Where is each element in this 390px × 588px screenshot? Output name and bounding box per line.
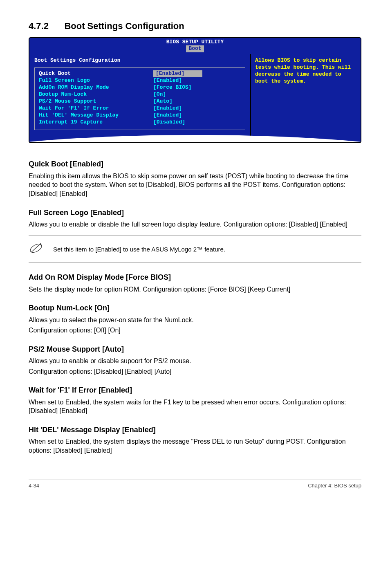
bios-option-row: Wait For 'F1' If Error [Enabled]: [39, 105, 241, 112]
bios-left-panel: Boot Settings Configuration Quick Boot […: [29, 54, 250, 142]
bios-option-value: [Auto]: [153, 98, 241, 105]
bios-option-row: PS/2 Mouse Support [Auto]: [39, 98, 241, 105]
bios-option-row: AddOn ROM Display Mode [Force BIOS]: [39, 84, 241, 91]
quick-boot-title: Quick Boot [Enabled]: [29, 159, 361, 169]
bios-option-label: Bootup Num-Lock: [39, 91, 153, 98]
bios-option-value: [Enabled]: [153, 105, 241, 112]
bios-subheader: Boot Settings Configuration: [34, 57, 245, 64]
bios-option-row: Interrupt 19 Capture [Disabled]: [39, 119, 241, 126]
bios-option-label: Interrupt 19 Capture: [39, 119, 153, 126]
addon-rom-title: Add On ROM Display Mode [Force BIOS]: [29, 273, 361, 282]
fullscreen-logo-title: Full Screen Logo [Enabled]: [29, 208, 361, 218]
bios-option-row: Bootup Num-Lock [On]: [39, 91, 241, 98]
bios-option-label: AddOn ROM Display Mode: [39, 84, 153, 91]
pencil-note-icon: [29, 241, 53, 258]
fullscreen-logo-body: Allows you to enable or disable the full…: [29, 220, 361, 229]
bios-option-label: Wait For 'F1' If Error: [39, 105, 153, 112]
bios-help-text: Allows BIOS to skip certain tests while …: [255, 57, 356, 85]
ps2-title: PS/2 Mouse Support [Auto]: [29, 345, 361, 354]
bios-option-label: Full Screen Logo: [39, 77, 153, 84]
ps2-body-1: Allows you to enable or disable supoort …: [29, 357, 361, 366]
bios-body: Boot Settings Configuration Quick Boot […: [29, 54, 361, 142]
numlock-body-2: Configuration options: [Off] [On]: [29, 326, 361, 335]
bios-tab-row: Boot: [29, 45, 361, 54]
bios-option-value: [On]: [153, 91, 241, 98]
bios-screenshot: BIOS SETUP UTILITY Boot Boot Settings Co…: [29, 37, 361, 144]
footer-chapter: Chapter 4: BIOS setup: [308, 483, 361, 489]
section-header: 4.7.2 Boot Settings Configuration: [29, 20, 361, 32]
bios-tab-boot: Boot: [186, 45, 204, 52]
bios-help-panel: Allows BIOS to skip certain tests while …: [250, 54, 361, 142]
note-box: Set this item to [Enabled] to use the AS…: [29, 236, 361, 263]
bios-option-row: Full Screen Logo [Enabled]: [39, 77, 241, 84]
bios-option-value: [Enabled]: [153, 70, 202, 77]
waitf1-body: When set to Enabled, the system waits fo…: [29, 398, 361, 415]
bios-options-box: Quick Boot [Enabled] Full Screen Logo [E…: [34, 67, 245, 130]
bios-option-row: Quick Boot [Enabled]: [39, 70, 241, 77]
page-footer: 4-34 Chapter 4: BIOS setup: [29, 480, 361, 489]
bios-title: BIOS SETUP UTILITY: [29, 38, 361, 46]
ps2-body-2: Configuration options: [Disabled] [Enabl…: [29, 367, 361, 376]
bios-option-label: Hit 'DEL' Message Display: [39, 112, 153, 119]
addon-rom-body: Sets the display mode for option ROM. Co…: [29, 285, 361, 294]
bios-option-label: PS/2 Mouse Support: [39, 98, 153, 105]
hitdel-body: When set to Enabled, the system displays…: [29, 437, 361, 455]
note-text: Set this item to [Enabled] to use the AS…: [53, 245, 361, 254]
bios-option-value: [Force BIOS]: [153, 84, 241, 91]
footer-page-number: 4-34: [29, 483, 39, 489]
bios-option-value: [Enabled]: [153, 112, 241, 119]
numlock-body-1: Allows you to select the power-on state …: [29, 316, 361, 325]
section-title: Boot Settings Configuration: [64, 20, 184, 32]
hitdel-title: Hit 'DEL' Message Display [Enabled]: [29, 425, 361, 435]
bios-option-value: [Disabled]: [153, 119, 241, 126]
bios-option-label: Quick Boot: [39, 70, 153, 77]
quick-boot-body: Enabling this item allows the BIOS to sk…: [29, 172, 361, 198]
section-number: 4.7.2: [29, 20, 49, 32]
numlock-title: Bootup Num-Lock [On]: [29, 303, 361, 313]
waitf1-title: Wait for 'F1' If Error [Enabled]: [29, 386, 361, 395]
bios-option-value: [Enabled]: [153, 77, 241, 84]
bios-option-row: Hit 'DEL' Message Display [Enabled]: [39, 112, 241, 119]
